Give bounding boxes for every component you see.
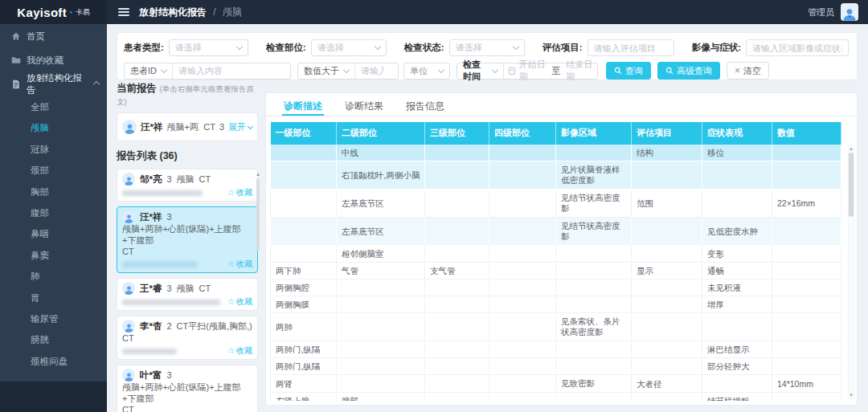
patient-id-input[interactable]	[173, 63, 290, 79]
list-scrollbar[interactable]: ▲	[256, 172, 260, 410]
table-cell[interactable]	[556, 358, 632, 375]
table-cell[interactable]	[271, 161, 337, 190]
value-compare-select[interactable]: 数值大于	[298, 63, 354, 79]
table-cell[interactable]: 见结节状高密度影	[556, 218, 632, 246]
favorite-link[interactable]: ☆收藏	[227, 296, 252, 308]
table-cell[interactable]	[489, 358, 556, 375]
image-symptom-input[interactable]	[746, 39, 849, 56]
table-cell[interactable]	[489, 246, 556, 263]
sidebar-item-home[interactable]: 首页	[0, 24, 107, 48]
table-cell[interactable]: 通畅	[702, 263, 772, 279]
report-list-item-0[interactable]: 邹*亮3颅脑CT☆收藏	[117, 169, 258, 202]
expand-link[interactable]: 展开	[228, 121, 252, 133]
table-cell[interactable]	[772, 263, 841, 279]
table-cell[interactable]	[489, 296, 556, 313]
menu-toggle-icon[interactable]	[118, 8, 129, 16]
table-cell[interactable]	[489, 375, 556, 393]
table-cell[interactable]: 22×16mm	[772, 190, 841, 218]
table-cell[interactable]	[489, 393, 556, 402]
table-cell[interactable]	[702, 161, 772, 190]
favorite-link[interactable]: ☆收藏	[227, 345, 252, 357]
table-cell[interactable]: 显示	[632, 263, 702, 279]
sidebar-subitem-5[interactable]: 腹部	[0, 202, 107, 223]
table-cell[interactable]: 范围	[632, 190, 702, 218]
table-cell[interactable]: 见条索状、条片状高密度影	[556, 313, 632, 341]
patient-id-select[interactable]: 患者ID	[125, 63, 172, 79]
favorite-link[interactable]: ☆收藏	[227, 259, 252, 270]
exam-part-select[interactable]: 请选择	[311, 39, 387, 56]
table-cell[interactable]	[632, 313, 702, 341]
time-type-select[interactable]: 检查时间	[457, 63, 503, 79]
table-cell[interactable]	[425, 246, 489, 263]
table-cell[interactable]	[425, 341, 489, 358]
table-cell[interactable]: 见片状脑脊液样低密度影	[556, 161, 632, 190]
patient-type-select[interactable]: 请选择	[169, 39, 248, 56]
user-avatar[interactable]	[841, 3, 858, 21]
table-cell[interactable]	[772, 246, 841, 263]
table-cell[interactable]: 中线	[337, 145, 425, 161]
table-scrollbar[interactable]: ▲ ▼	[848, 145, 854, 399]
table-cell[interactable]	[271, 218, 337, 246]
table-cell[interactable]: 两侧胸膜	[271, 296, 337, 313]
table-cell[interactable]	[425, 358, 489, 375]
table-cell[interactable]	[489, 341, 556, 358]
table-cell[interactable]: 见致密影	[556, 375, 632, 393]
favorite-link[interactable]: ☆收藏	[227, 187, 252, 198]
table-cell[interactable]: 两肺	[271, 313, 337, 341]
value-input[interactable]	[355, 63, 389, 79]
table-cell[interactable]	[702, 313, 772, 341]
table-cell[interactable]: 左基底节区	[337, 218, 425, 246]
sidebar-subitem-1[interactable]: 颅脑	[0, 117, 107, 138]
table-cell[interactable]	[489, 218, 556, 246]
table-cell[interactable]	[271, 145, 337, 161]
table-cell[interactable]: 支气管	[425, 263, 489, 279]
table-cell[interactable]: 部分轻肿大	[702, 358, 772, 375]
sidebar-subitem-7[interactable]: 鼻窦	[0, 245, 107, 266]
breadcrumb-root[interactable]: 放射结构化报告	[139, 6, 207, 18]
table-cell[interactable]: 左肾上腺	[271, 393, 337, 402]
table-cell[interactable]	[489, 190, 556, 218]
tab-diagnosis-result[interactable]: 诊断结果	[343, 93, 385, 116]
scroll-up-icon[interactable]: ▲	[256, 172, 260, 177]
table-cell[interactable]	[489, 161, 556, 190]
sidebar-subitem-10[interactable]: 输尿管	[0, 308, 107, 329]
table-cell[interactable]: 见结节状高密度影	[556, 190, 632, 218]
date-end-input[interactable]: 结束日期	[563, 63, 597, 79]
table-cell[interactable]	[772, 279, 841, 296]
sidebar-subitem-8[interactable]: 肺	[0, 266, 107, 287]
sidebar-subitem-12[interactable]: 颈椎间盘	[0, 351, 107, 372]
table-cell[interactable]: 相邻侧脑室	[337, 246, 425, 263]
table-cell[interactable]	[632, 161, 702, 190]
tab-report-info[interactable]: 报告信息	[404, 93, 446, 116]
table-cell[interactable]: 移位	[702, 145, 772, 161]
advanced-search-button[interactable]: 高级查询	[657, 62, 720, 80]
table-cell[interactable]: 两肾	[271, 375, 337, 393]
sidebar-subitem-3[interactable]: 颈部	[0, 160, 107, 181]
table-cell[interactable]	[632, 393, 702, 402]
table-cell[interactable]: 腺部	[337, 393, 425, 402]
scrollbar-thumb[interactable]	[256, 178, 260, 251]
table-cell[interactable]	[702, 375, 772, 393]
search-button[interactable]: 查询	[606, 62, 651, 80]
sidebar-subitem-11[interactable]: 膀胱	[0, 329, 107, 350]
table-cell[interactable]: 左基底节区	[337, 190, 425, 218]
report-list-item-1[interactable]: 汪*祥3颅脑+两肺+心脏(纵隔)+上腹部+下腹部CT☆收藏	[117, 206, 258, 273]
table-cell[interactable]: 大者径	[632, 375, 702, 393]
table-cell[interactable]: 两肺门,纵隔	[271, 358, 337, 375]
table-cell[interactable]	[702, 190, 772, 218]
table-cell[interactable]	[337, 279, 425, 296]
table-cell[interactable]	[772, 341, 841, 358]
table-cell[interactable]	[489, 313, 556, 341]
eval-item-input[interactable]	[588, 39, 674, 56]
table-cell[interactable]	[632, 246, 702, 263]
table-cell[interactable]	[337, 375, 425, 393]
table-cell[interactable]: 结节样增粗	[702, 393, 772, 402]
table-cell[interactable]	[772, 161, 841, 190]
date-start-input[interactable]: 开始日期	[515, 63, 549, 79]
clear-button[interactable]: × 清空	[727, 62, 769, 80]
table-cell[interactable]	[425, 218, 489, 246]
table-cell[interactable]	[337, 358, 425, 375]
table-cell[interactable]: 增厚	[702, 296, 772, 313]
sidebar-subitem-0[interactable]: 全部	[0, 96, 107, 117]
table-cell[interactable]	[556, 393, 632, 402]
